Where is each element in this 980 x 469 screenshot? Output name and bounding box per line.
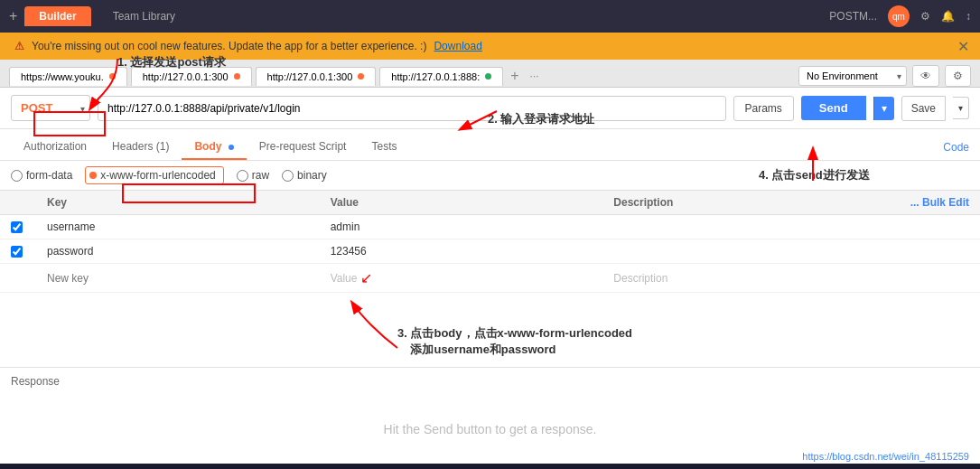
row1-value: admin xyxy=(331,220,614,233)
csdn-link[interactable]: https://blog.csdn.net/wei/in_48115259 xyxy=(802,451,969,462)
row2-value: 123456 xyxy=(331,245,614,258)
tab-1300-2-label: http://127.0.0.1:300 xyxy=(267,71,353,82)
settings-icon[interactable]: ⚙ xyxy=(920,10,930,23)
sync-icon[interactable]: ↕ xyxy=(966,10,971,23)
bulk-edit-link[interactable]: ... Bulk Edit xyxy=(897,196,969,209)
body-tab-dot xyxy=(229,145,234,150)
binary-radio[interactable] xyxy=(282,170,294,182)
tab-1300-1[interactable]: http://127.0.0.1:300 xyxy=(131,67,252,86)
download-link[interactable]: Download xyxy=(434,40,481,52)
params-button[interactable]: Params xyxy=(733,96,794,121)
request-bar: POST GET PUT DELETE PATCH Params Send ▾ … xyxy=(0,88,980,129)
form-data-label: form-data xyxy=(26,169,72,182)
tab-1300-2-dot xyxy=(358,73,364,80)
env-select[interactable]: No Environment xyxy=(798,66,907,86)
top-bar-right: POSTM... qm ⚙ 🔔 ↕ xyxy=(829,5,971,27)
method-wrapper: POST GET PUT DELETE PATCH xyxy=(11,95,90,121)
raw-label: raw xyxy=(252,169,269,182)
header-description: Description xyxy=(613,196,897,209)
tabs-row: https://www.youku. http://127.0.0.1:300 … xyxy=(0,60,980,88)
code-link[interactable]: Code xyxy=(943,141,969,154)
tab-8888-label: http://127.0.0.1:888: xyxy=(391,71,480,82)
tab-pre-request[interactable]: Pre-request Script xyxy=(247,135,359,160)
response-area: Response xyxy=(0,367,980,395)
tab-youku-label: https://www.youku. xyxy=(21,71,104,82)
hit-send-text: Hit the Send button to get a response. xyxy=(384,422,597,436)
notification-icon[interactable]: 🔔 xyxy=(941,10,955,23)
row2-checkbox[interactable] xyxy=(11,246,23,258)
banner-text: You're missing out on cool new features.… xyxy=(32,40,426,52)
env-gear-button[interactable]: ⚙ xyxy=(945,65,971,87)
table-row: password 123456 xyxy=(0,239,980,264)
row1-checkbox[interactable] xyxy=(11,221,23,233)
save-dropdown-button[interactable]: ▾ xyxy=(953,97,969,119)
raw-option[interactable]: raw xyxy=(237,169,269,182)
method-select[interactable]: POST GET PUT DELETE PATCH xyxy=(11,95,90,121)
tab-youku-dot xyxy=(109,73,116,80)
banner-close-icon[interactable]: ✕ xyxy=(957,38,969,55)
send-dropdown-button[interactable]: ▾ xyxy=(873,97,894,120)
header-value: Value xyxy=(331,196,614,209)
more-tabs-icon[interactable]: ··· xyxy=(527,70,543,82)
urlencoded-label: x-www-form-urlencoded xyxy=(100,169,215,182)
row1-key: username xyxy=(47,220,331,233)
response-label: Response xyxy=(11,375,60,388)
header-checkbox-col xyxy=(11,196,47,209)
save-button[interactable]: Save xyxy=(901,96,946,121)
form-data-option[interactable]: form-data xyxy=(11,169,72,182)
agent-label: POSTM... xyxy=(829,10,877,23)
avatar: qm xyxy=(888,5,910,27)
env-dropdown-wrapper: No Environment xyxy=(798,66,907,86)
row2-key: password xyxy=(47,245,331,258)
new-value-label: Value xyxy=(331,272,358,285)
row1-checkbox-cell xyxy=(11,221,47,233)
params-table: Key Value Description ... Bulk Edit user… xyxy=(0,191,980,367)
form-data-radio[interactable] xyxy=(11,170,23,182)
env-eye-button[interactable]: 👁 xyxy=(912,65,939,87)
binary-label: binary xyxy=(297,169,327,182)
row2-checkbox-cell xyxy=(11,246,47,258)
warning-icon: ⚠ xyxy=(14,40,24,52)
url-input[interactable] xyxy=(98,96,726,121)
add-tab-icon[interactable]: + xyxy=(9,8,17,24)
header-key: Key xyxy=(47,196,331,209)
tab-authorization[interactable]: Authorization xyxy=(11,135,99,160)
tab-1300-1-label: http://127.0.0.1:300 xyxy=(143,71,229,82)
new-key-row: Value ↙ Description xyxy=(0,264,980,293)
tab-8888-dot xyxy=(485,73,491,80)
tab-8888[interactable]: http://127.0.0.1:888: xyxy=(379,67,503,86)
main-content: https://www.youku. http://127.0.0.1:300 … xyxy=(0,60,980,464)
raw-radio[interactable] xyxy=(237,170,248,182)
new-desc-label: Description xyxy=(613,272,897,285)
urlencoded-option-selected[interactable]: x-www-form-urlencoded xyxy=(85,166,223,184)
env-selector: No Environment 👁 ⚙ xyxy=(798,65,971,87)
new-key-input[interactable] xyxy=(47,272,331,285)
table-row: username admin xyxy=(0,215,980,239)
tab-1300-2[interactable]: http://127.0.0.1:300 xyxy=(256,67,377,86)
page-wrapper: + Builder Team Library POSTM... qm ⚙ 🔔 ↕… xyxy=(0,0,980,469)
team-library-tab[interactable]: Team Library xyxy=(98,6,190,26)
tab-headers[interactable]: Headers (1) xyxy=(99,135,182,160)
binary-option[interactable]: binary xyxy=(282,169,327,182)
tab-youku[interactable]: https://www.youku. xyxy=(9,67,127,86)
top-bar: + Builder Team Library POSTM... qm ⚙ 🔔 ↕ xyxy=(0,0,980,33)
auth-tabs-row: Authorization Headers (1) Body Pre-reque… xyxy=(0,129,980,161)
table-header: Key Value Description ... Bulk Edit xyxy=(0,191,980,215)
update-banner: ⚠ You're missing out on cool new feature… xyxy=(0,33,980,60)
body-options: form-data x-www-form-urlencoded raw bina… xyxy=(0,161,980,191)
tab-tests[interactable]: Tests xyxy=(359,135,409,160)
new-tab-icon[interactable]: + xyxy=(507,68,522,84)
send-button[interactable]: Send xyxy=(801,96,866,120)
urlencoded-radio-dot xyxy=(89,172,97,179)
builder-tab[interactable]: Builder xyxy=(24,6,90,26)
tab-body[interactable]: Body xyxy=(182,135,246,160)
tab-1300-1-dot xyxy=(234,73,240,80)
